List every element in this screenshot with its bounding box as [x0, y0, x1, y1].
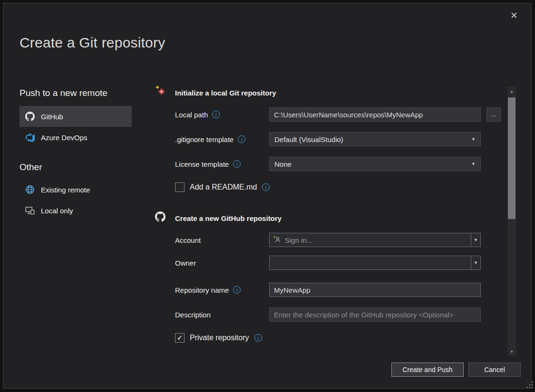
- sidebar-item-label: GitHub: [41, 113, 63, 121]
- license-selected-value: None: [274, 160, 292, 168]
- license-dropdown[interactable]: None ▼: [269, 157, 481, 171]
- sidebar-item-label: Existing remote: [41, 186, 90, 194]
- description-input[interactable]: [269, 307, 481, 322]
- browse-button[interactable]: ...: [486, 107, 501, 122]
- new-repository-icon: [155, 85, 165, 96]
- repository-name-label: Repository name i: [175, 283, 241, 297]
- gitignore-dropdown[interactable]: Default (VisualStudio) ▼: [269, 132, 481, 146]
- info-icon[interactable]: i: [233, 160, 241, 168]
- sidebar-item-label: Local only: [41, 207, 73, 215]
- info-icon[interactable]: i: [238, 135, 245, 143]
- vertical-scrollbar[interactable]: ▲ ▼: [507, 87, 516, 356]
- chevron-down-icon: ▼: [471, 137, 476, 142]
- repository-name-row: Repository name i: [175, 283, 503, 297]
- chevron-down-icon[interactable]: ▼: [471, 233, 480, 247]
- info-icon[interactable]: i: [212, 111, 220, 118]
- local-path-label: Local path i: [175, 107, 220, 122]
- info-icon[interactable]: i: [254, 334, 262, 342]
- gitignore-label: .gitignore template i: [175, 132, 245, 146]
- account-label: Account: [175, 233, 201, 247]
- owner-combobox[interactable]: ▼: [269, 256, 481, 270]
- gitignore-row: .gitignore template i Default (VisualStu…: [175, 132, 503, 146]
- cancel-button[interactable]: Cancel: [468, 363, 521, 377]
- private-repository-row: ✓ Private repository i: [175, 333, 262, 343]
- globe-icon: [25, 185, 35, 194]
- account-signin: Sign in...: [270, 236, 312, 245]
- scroll-down-icon[interactable]: ▼: [507, 347, 516, 356]
- sidebar-item-existing-remote[interactable]: Existing remote: [19, 179, 132, 200]
- dialog-title: Create a Git repository: [19, 35, 165, 51]
- local-path-input[interactable]: [269, 107, 481, 122]
- chevron-down-icon[interactable]: ▼: [471, 256, 480, 269]
- owner-label: Owner: [175, 256, 196, 270]
- account-combobox[interactable]: Sign in... ▼: [269, 233, 481, 247]
- private-repository-checkbox[interactable]: ✓: [175, 333, 185, 343]
- info-icon[interactable]: i: [233, 286, 241, 294]
- description-row: Description: [175, 307, 503, 322]
- create-and-push-button[interactable]: Create and Push: [391, 363, 464, 377]
- account-row: Account Sign in... ▼: [175, 233, 503, 247]
- sidebar-heading-other: Other: [19, 162, 132, 172]
- local-path-row: Local path i ...: [175, 107, 503, 122]
- license-label: License template i: [175, 157, 241, 171]
- close-button[interactable]: ✕: [507, 9, 521, 22]
- github-icon: [25, 112, 35, 121]
- computer-icon: [25, 206, 35, 215]
- add-user-icon: [273, 236, 281, 245]
- chevron-down-icon: ▼: [471, 162, 476, 166]
- azure-devops-icon: [25, 133, 35, 142]
- sidebar-heading-push-remote: Push to a new remote: [19, 88, 132, 98]
- section-title-local: Initialize a local Git repository: [175, 89, 276, 97]
- private-repository-label: Private repository: [190, 334, 249, 342]
- description-label: Description: [175, 307, 211, 322]
- readme-label: Add a README.md: [190, 183, 257, 191]
- readme-checkbox[interactable]: [175, 182, 185, 192]
- info-icon[interactable]: i: [262, 183, 270, 191]
- readme-row: Add a README.md i: [175, 182, 270, 192]
- resize-grip[interactable]: [526, 381, 534, 391]
- sidebar-item-azure-devops[interactable]: Azure DevOps: [19, 127, 132, 148]
- repository-name-input[interactable]: [269, 283, 481, 297]
- scrollbar-thumb[interactable]: [508, 97, 516, 219]
- sidebar-item-label: Azure DevOps: [41, 134, 88, 142]
- license-row: License template i None ▼: [175, 157, 503, 171]
- scroll-up-icon[interactable]: ▲: [507, 87, 516, 96]
- section-title-github: Create a new GitHub repository: [175, 214, 282, 222]
- sidebar-item-github[interactable]: GitHub: [19, 106, 132, 127]
- github-icon: [155, 211, 165, 222]
- gitignore-selected-value: Default (VisualStudio): [274, 135, 343, 143]
- sidebar-item-local-only[interactable]: Local only: [19, 200, 132, 221]
- create-git-repository-dialog: ✕ Create a Git repository Push to a new …: [3, 3, 532, 389]
- sidebar: Push to a new remote GitHub Azure DevOps…: [19, 88, 132, 221]
- owner-row: Owner ▼: [175, 256, 503, 270]
- account-placeholder: Sign in...: [285, 236, 312, 244]
